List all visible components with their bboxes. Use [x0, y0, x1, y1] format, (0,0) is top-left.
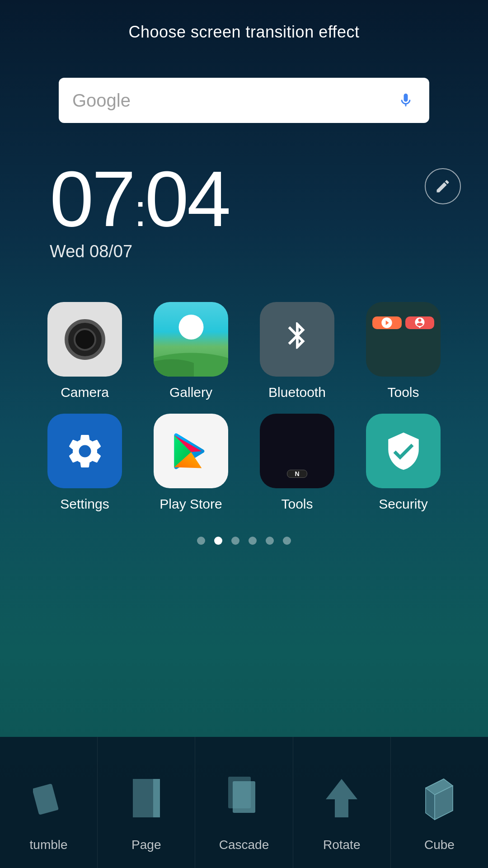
- app-playstore[interactable]: Play Store: [142, 414, 239, 512]
- tumble-label: tumble: [30, 838, 68, 852]
- cascade-label: Cascade: [219, 838, 269, 852]
- svg-marker-5: [326, 779, 357, 817]
- transition-cascade[interactable]: Cascade: [195, 737, 293, 868]
- dot-4[interactable]: [266, 537, 274, 545]
- app-grid: Camera Gallery Bluetooth: [0, 302, 488, 512]
- search-text: Google: [72, 90, 131, 111]
- dot-0[interactable]: [197, 537, 205, 545]
- dot-3[interactable]: [249, 537, 257, 545]
- page-dots: [0, 537, 488, 545]
- app-settings[interactable]: Settings: [36, 414, 133, 512]
- cube-icon: [417, 770, 462, 829]
- app-tools-folder-label: Tools: [387, 385, 419, 400]
- transition-tumble[interactable]: tumble: [0, 737, 98, 868]
- edit-button[interactable]: [425, 168, 461, 204]
- transition-cube[interactable]: Cube: [391, 737, 488, 868]
- app-gallery-label: Gallery: [169, 385, 212, 400]
- clock-section: 07:04 Wed 08/07: [0, 159, 488, 261]
- dot-1[interactable]: [214, 537, 222, 545]
- dot-2[interactable]: [231, 537, 239, 545]
- mic-icon[interactable]: [396, 87, 416, 114]
- app-tools-app[interactable]: N Tools: [249, 414, 346, 512]
- tumble-icon: [26, 770, 71, 829]
- svg-rect-4: [233, 781, 255, 813]
- app-bluetooth-label: Bluetooth: [268, 385, 326, 400]
- dot-5[interactable]: [283, 537, 291, 545]
- app-security-label: Security: [379, 496, 427, 512]
- cascade-icon: [221, 770, 267, 829]
- transition-bar: tumble Page Cascade Rotate: [0, 737, 488, 868]
- app-camera[interactable]: Camera: [36, 302, 133, 400]
- clock-date: Wed 08/07: [50, 242, 488, 261]
- page-label: Page: [131, 838, 161, 852]
- svg-marker-1: [133, 779, 153, 817]
- rotate-label: Rotate: [323, 838, 361, 852]
- transition-page[interactable]: Page: [98, 737, 195, 868]
- clock-minutes: 04: [145, 155, 229, 243]
- app-settings-label: Settings: [60, 496, 109, 512]
- transition-rotate[interactable]: Rotate: [293, 737, 391, 868]
- app-camera-label: Camera: [61, 385, 109, 400]
- app-gallery[interactable]: Gallery: [142, 302, 239, 400]
- clock-time: 07:04: [50, 159, 488, 238]
- svg-marker-2: [153, 779, 160, 817]
- app-tools-app-label: Tools: [281, 496, 313, 512]
- app-security[interactable]: Security: [355, 414, 452, 512]
- app-tools-folder[interactable]: Tools: [355, 302, 452, 400]
- clock-hour: 07: [50, 155, 134, 243]
- cube-label: Cube: [424, 838, 455, 852]
- header-title: Choose screen transition effect: [0, 0, 488, 42]
- rotate-icon: [319, 770, 364, 829]
- search-bar[interactable]: Google: [59, 78, 429, 123]
- app-bluetooth[interactable]: Bluetooth: [249, 302, 346, 400]
- page-icon: [124, 770, 169, 829]
- app-playstore-label: Play Store: [160, 496, 222, 512]
- svg-rect-0: [33, 783, 59, 815]
